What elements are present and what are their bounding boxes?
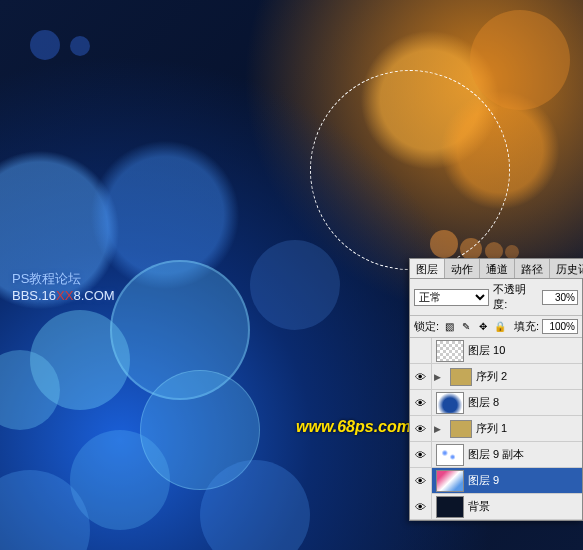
visibility-toggle[interactable]: 👁 [410, 442, 432, 468]
eye-icon: 👁 [415, 397, 426, 409]
fill-label: 填充: [514, 319, 539, 334]
forum-title: PS教程论坛 [12, 270, 115, 288]
layer-name[interactable]: 图层 10 [468, 343, 505, 358]
layer-thumbnail[interactable] [436, 470, 464, 492]
layer-row[interactable]: 👁 ▶ 序列 2 [410, 364, 582, 390]
opacity-label: 不透明度: [493, 282, 540, 312]
eye-icon: 👁 [415, 475, 426, 487]
layer-row[interactable]: 👁 背景 [410, 494, 582, 520]
visibility-toggle[interactable]: 👁 [410, 364, 432, 390]
layer-row[interactable]: 👁 ▶ 序列 1 [410, 416, 582, 442]
visibility-toggle[interactable]: 👁 [410, 494, 432, 520]
folder-toggle-icon[interactable]: ▶ [434, 424, 446, 434]
lock-move-icon[interactable]: ✥ [476, 320, 490, 334]
eye-icon: 👁 [415, 371, 426, 383]
lock-fill-row: 锁定: ▧ ✎ ✥ 🔒 填充: [410, 316, 582, 338]
folder-icon [450, 368, 472, 386]
layer-row[interactable]: 图层 10 [410, 338, 582, 364]
layer-row[interactable]: 👁 图层 9 副本 [410, 442, 582, 468]
layer-name[interactable]: 图层 9 副本 [468, 447, 524, 462]
visibility-toggle[interactable] [410, 338, 432, 364]
visibility-toggle[interactable]: 👁 [410, 468, 432, 494]
visibility-toggle[interactable]: 👁 [410, 390, 432, 416]
folder-icon [450, 420, 472, 438]
opacity-input[interactable] [542, 290, 578, 305]
tab-paths[interactable]: 路径 [515, 259, 550, 278]
layers-panel: 图层 动作 通道 路径 历史记 正常 不透明度: 锁定: ▧ ✎ ✥ 🔒 填充:… [409, 258, 583, 521]
lock-transparency-icon[interactable]: ▧ [442, 320, 456, 334]
layer-row[interactable]: 👁 图层 8 [410, 390, 582, 416]
layer-name[interactable]: 图层 9 [468, 473, 499, 488]
layer-thumbnail[interactable] [436, 496, 464, 518]
layer-thumbnail[interactable] [436, 392, 464, 414]
blend-opacity-row: 正常 不透明度: [410, 279, 582, 316]
folder-toggle-icon[interactable]: ▶ [434, 372, 446, 382]
layer-thumbnail[interactable] [436, 444, 464, 466]
lock-brush-icon[interactable]: ✎ [459, 320, 473, 334]
visibility-toggle[interactable]: 👁 [410, 416, 432, 442]
layer-name[interactable]: 图层 8 [468, 395, 499, 410]
tab-actions[interactable]: 动作 [445, 259, 480, 278]
eye-icon: 👁 [415, 423, 426, 435]
layer-name[interactable]: 背景 [468, 499, 490, 514]
layer-thumbnail[interactable] [436, 340, 464, 362]
panel-tabs: 图层 动作 通道 路径 历史记 [410, 259, 582, 279]
blend-mode-select[interactable]: 正常 [414, 289, 489, 306]
lock-label: 锁定: [414, 319, 439, 334]
layer-name[interactable]: 序列 1 [476, 421, 507, 436]
tab-history[interactable]: 历史记 [550, 259, 583, 278]
fill-input[interactable] [542, 319, 578, 334]
tab-channels[interactable]: 通道 [480, 259, 515, 278]
lock-all-icon[interactable]: 🔒 [493, 320, 507, 334]
eye-icon: 👁 [415, 501, 426, 513]
tab-layers[interactable]: 图层 [410, 259, 445, 278]
layer-list: 图层 10 👁 ▶ 序列 2 👁 图层 8 👁 ▶ 序列 1 👁 图层 9 副本… [410, 338, 582, 520]
layer-row[interactable]: 👁 图层 9 [410, 468, 582, 494]
marquee-selection[interactable] [310, 70, 510, 270]
eye-icon: 👁 [415, 449, 426, 461]
watermark-site: www.68ps.com [296, 418, 411, 436]
layer-name[interactable]: 序列 2 [476, 369, 507, 384]
watermark-forum: PS教程论坛 BBS.16XX8.COM [12, 270, 115, 303]
